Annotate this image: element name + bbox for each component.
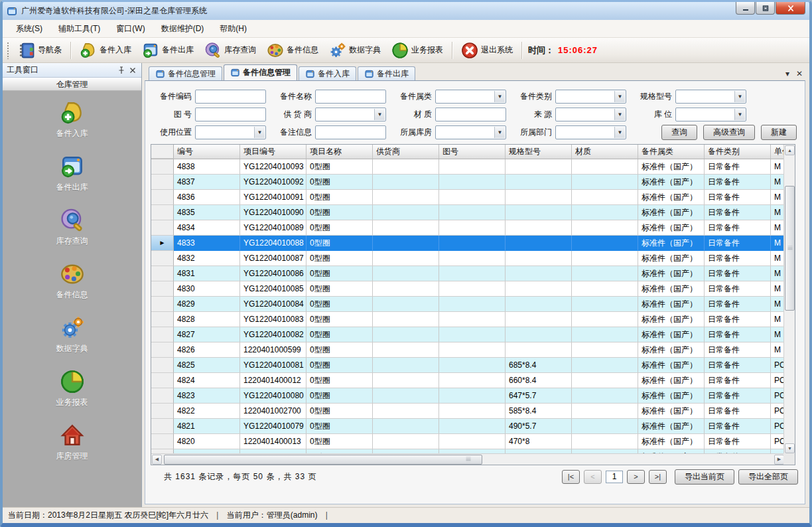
toolbar-button-stock-in[interactable]: 备件入库	[74, 40, 137, 61]
table-row[interactable]: 482012204014000130型圈470*8标准件（国产）日常备件PC	[151, 434, 785, 449]
row-selector-cell[interactable]	[151, 342, 174, 358]
sidebar-item-parts-info[interactable]: 备件信息	[33, 262, 112, 301]
grid-column-header[interactable]: 材质	[572, 145, 638, 159]
row-selector-cell[interactable]	[151, 281, 174, 297]
grid-column-header[interactable]: 编号	[174, 145, 240, 159]
export-current-page-button[interactable]: 导出当前页	[675, 469, 734, 485]
grid-column-header[interactable]: 备件属类	[638, 145, 705, 159]
row-selector-cell[interactable]	[151, 312, 174, 327]
row-selector-cell[interactable]	[151, 266, 174, 281]
close-button[interactable]	[776, 2, 805, 15]
sidebar-item-data-dict[interactable]: 数据字典	[33, 315, 112, 354]
row-selector-cell[interactable]: ►	[151, 236, 174, 251]
row-selector-cell[interactable]	[151, 327, 174, 342]
warehouse-select[interactable]: ▼	[435, 125, 506, 139]
row-selector-cell[interactable]	[151, 358, 174, 373]
toolbar-button-inventory-query[interactable]: 库存查询	[199, 40, 261, 61]
query-button[interactable]: 查询	[661, 125, 697, 140]
tab-list-dropdown-icon[interactable]: ▾	[785, 70, 789, 78]
sidebar-item-inventory-query[interactable]: 库存查询	[33, 208, 112, 247]
scroll-right-icon[interactable]: ▶	[774, 455, 784, 465]
table-row[interactable]: 4834YG122040100890型圈标准件（国产）日常备件M	[151, 220, 785, 236]
scroll-down-icon[interactable]: ▼	[785, 443, 795, 453]
source-select[interactable]: ▼	[555, 108, 626, 121]
sidebar-item-warehouse-mgmt[interactable]: 库房管理	[33, 423, 112, 462]
table-row[interactable]: 4838YG122040100930型圈标准件（国产）日常备件M	[151, 159, 785, 175]
maximize-button[interactable]	[756, 2, 775, 15]
sidebar-close-icon[interactable]	[128, 66, 137, 75]
row-selector-cell[interactable]	[151, 404, 174, 419]
row-selector-cell[interactable]	[151, 175, 174, 190]
grid-column-header[interactable]: 备件类别	[705, 145, 771, 159]
menu-item-system[interactable]: 系统(S)	[8, 21, 50, 37]
menu-item-aux-tools[interactable]: 辅助工具(T)	[50, 21, 108, 37]
toolbar-button-exit[interactable]: 退出系统	[456, 40, 518, 61]
toolbar-grip-handle[interactable]	[7, 42, 10, 59]
location-select[interactable]: ▼	[675, 108, 746, 121]
scroll-left-icon[interactable]: ◀	[152, 455, 162, 465]
table-row[interactable]: 482612204010005990型圈标准件（国产）日常备件M	[151, 342, 785, 358]
row-selector-cell[interactable]	[151, 434, 174, 449]
horizontal-scrollbar[interactable]: ◀ ▶	[151, 453, 785, 465]
row-selector-cell[interactable]	[151, 220, 174, 236]
row-selector-cell[interactable]	[151, 205, 174, 220]
table-row[interactable]: 4828YG122040100830型圈标准件（国产）日常备件M	[151, 312, 785, 327]
table-row[interactable]: 4836YG122040100910型圈标准件（国产）日常备件M	[151, 190, 785, 205]
grid-column-header[interactable]	[151, 145, 174, 159]
spec-model-select[interactable]: ▼	[675, 90, 746, 104]
table-row[interactable]: 4823YG122040100800型圈647*5.7标准件（国产）日常备件PC	[151, 388, 785, 404]
scroll-up-icon[interactable]: ▲	[785, 145, 795, 155]
grid-column-header[interactable]: 项目名称	[306, 145, 373, 159]
vertical-scroll-thumb[interactable]	[785, 186, 795, 311]
table-row[interactable]: 4827YG122040100820型圈标准件（国产）日常备件M	[151, 327, 785, 342]
row-selector-cell[interactable]	[151, 297, 174, 312]
tab-1-active[interactable]: 备件信息管理	[224, 64, 297, 80]
toolbar-button-parts-info[interactable]: 备件信息	[261, 40, 324, 61]
sidebar-item-stock-out[interactable]: 备件出库	[33, 154, 112, 193]
table-row[interactable]: 4821YG122040100790型圈490*5.7标准件（国产）日常备件PC	[151, 419, 785, 434]
use-position-select[interactable]: ▼	[195, 125, 266, 139]
grid-column-header[interactable]: 单位	[771, 145, 785, 159]
part-type-select[interactable]: ▼	[555, 90, 626, 104]
part-class-select[interactable]: ▼	[435, 90, 506, 104]
material-input[interactable]	[435, 108, 506, 121]
tab-2[interactable]: 备件入库	[299, 66, 356, 80]
menu-item-window[interactable]: 窗口(W)	[108, 21, 153, 37]
prev-page-button[interactable]: <	[584, 470, 602, 484]
export-all-pages-button[interactable]: 导出全部页	[738, 469, 798, 485]
horizontal-scroll-thumb[interactable]	[164, 455, 482, 465]
pin-icon[interactable]	[116, 66, 125, 75]
table-row[interactable]: 4830YG122040100850型圈标准件（国产）日常备件M	[151, 281, 785, 297]
row-selector-cell[interactable]	[151, 159, 174, 175]
table-row[interactable]: 482412204014000120型圈660*8.4标准件（国产）日常备件PC	[151, 373, 785, 388]
sidebar-item-business-report[interactable]: 业务报表	[33, 369, 112, 408]
tab-0[interactable]: 备件信息管理	[149, 66, 222, 80]
tab-close-icon[interactable]: ✕	[796, 70, 803, 78]
part-name-input[interactable]	[315, 90, 386, 104]
table-row[interactable]: 482212204010027000型圈585*8.4标准件（国产）日常备件PC	[151, 404, 785, 419]
grid-column-header[interactable]: 规格型号	[506, 145, 572, 159]
last-page-button[interactable]: >|	[649, 470, 667, 484]
advanced-query-button[interactable]: 高级查询	[703, 125, 755, 140]
toolbar-button-navbar[interactable]: 导航条	[13, 40, 67, 61]
row-selector-cell[interactable]	[151, 251, 174, 266]
row-selector-cell[interactable]	[151, 419, 174, 434]
toolbar-button-business-report[interactable]: 业务报表	[386, 40, 448, 61]
menu-item-help[interactable]: 帮助(H)	[212, 21, 255, 37]
department-select[interactable]: ▼	[555, 125, 626, 139]
table-row[interactable]: 4831YG122040100860型圈标准件（国产）日常备件M	[151, 266, 785, 281]
table-row[interactable]: 4835YG122040100900型圈标准件（国产）日常备件M	[151, 205, 785, 220]
vertical-scrollbar[interactable]: ▲ ▼	[783, 145, 795, 455]
new-button[interactable]: 新建	[761, 125, 797, 140]
row-selector-cell[interactable]	[151, 388, 174, 404]
remark-input[interactable]	[315, 125, 386, 139]
toolbar-button-stock-out[interactable]: 备件出库	[137, 40, 199, 61]
next-page-button[interactable]: >	[627, 470, 645, 484]
table-row[interactable]: 4837YG122040100920型圈标准件（国产）日常备件M	[151, 175, 785, 190]
sidebar-item-stock-in[interactable]: 备件入库	[33, 100, 112, 139]
drawing-no-input[interactable]	[195, 108, 266, 121]
row-selector-cell[interactable]	[151, 190, 174, 205]
table-row-selected[interactable]: ►4833YG122040100880型圈标准件（国产）日常备件M	[151, 236, 785, 251]
table-row[interactable]: 4832YG122040100870型圈标准件（国产）日常备件M	[151, 251, 785, 266]
minimize-button[interactable]	[736, 2, 755, 15]
